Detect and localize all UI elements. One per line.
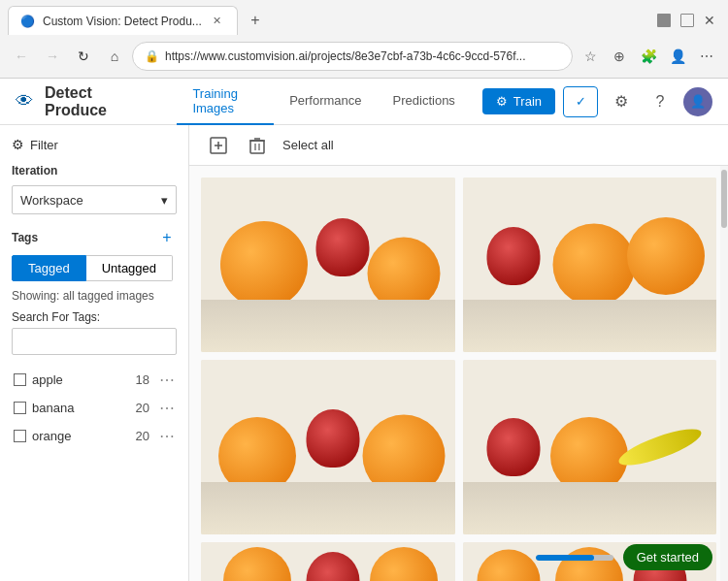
image-cell-2[interactable]: [463, 178, 717, 352]
tab-title: Custom Vision: Detect Produ...: [43, 15, 202, 28]
app-logo-icon: 👁: [16, 91, 33, 112]
delete-button[interactable]: [244, 132, 271, 159]
search-tags-input[interactable]: [12, 328, 177, 355]
add-images-button[interactable]: [205, 132, 232, 159]
settings-button[interactable]: ⚙: [606, 86, 637, 117]
iteration-label: Iteration: [12, 164, 177, 178]
add-tag-button[interactable]: +: [157, 228, 177, 247]
browser-toolbar: ← → ↻ ⌂ 🔒 https://www.customvision.ai/pr…: [0, 35, 728, 78]
url-text: https://www.customvision.ai/projects/8e3…: [165, 49, 560, 63]
quick-test-button[interactable]: ✓: [563, 86, 598, 117]
tag-checkbox-banana[interactable]: [14, 402, 26, 414]
tag-name-orange: orange: [32, 429, 130, 443]
minimize-button[interactable]: [657, 14, 671, 27]
user-avatar[interactable]: 👤: [683, 87, 712, 116]
browser-chrome: 🔵 Custom Vision: Detect Produ... ✕ + ✕ ←…: [0, 0, 728, 79]
progress-fill: [536, 555, 594, 561]
select-all-button[interactable]: Select all: [282, 138, 334, 152]
header-nav: Training Images Performance Predictions: [177, 79, 470, 125]
forward-button[interactable]: →: [39, 43, 66, 70]
browser-tab[interactable]: 🔵 Custom Vision: Detect Produ... ✕: [8, 6, 238, 35]
image-cell-5[interactable]: [201, 542, 455, 581]
get-started-button[interactable]: Get started: [623, 544, 712, 570]
train-button[interactable]: ⚙ Train: [482, 88, 555, 114]
app: 👁 Detect Produce Training Images Perform…: [0, 79, 728, 581]
tab-favicon: 🔵: [20, 15, 35, 28]
iteration-value: Workspace: [20, 193, 83, 208]
app-header: 👁 Detect Produce Training Images Perform…: [0, 79, 728, 125]
tags-header: Tags +: [12, 228, 177, 247]
tag-count-apple: 18: [136, 372, 149, 387]
tag-more-apple[interactable]: ⋯: [159, 371, 175, 389]
tag-list: apple 18 ⋯ banana 20 ⋯ orange 20 ⋯: [12, 367, 177, 449]
tag-more-orange[interactable]: ⋯: [159, 427, 175, 445]
image-cell-3[interactable]: [201, 360, 455, 534]
nav-performance[interactable]: Performance: [274, 79, 377, 125]
train-icon: ⚙: [496, 94, 508, 109]
read-aloud-button[interactable]: ⊕: [606, 43, 633, 70]
chevron-down-icon: ▾: [161, 193, 168, 208]
image-toolbar: Select all: [189, 125, 728, 166]
main-content: ⚙ Filter Iteration Workspace ▾ Tags + Ta…: [0, 125, 728, 581]
tag-item-apple: apple 18 ⋯: [12, 367, 177, 393]
tag-checkbox-orange[interactable]: [14, 430, 26, 442]
more-button[interactable]: ⋯: [693, 43, 720, 70]
browser-toolbar-icons: ☆ ⊕ 🧩 👤 ⋯: [577, 43, 720, 70]
filter-row[interactable]: ⚙ Filter: [12, 137, 177, 152]
filter-icon: ⚙: [12, 137, 24, 152]
tag-count-banana: 20: [136, 401, 149, 415]
profile-button[interactable]: 👤: [664, 43, 691, 70]
back-button[interactable]: ←: [8, 43, 35, 70]
untagged-tab[interactable]: Untagged: [86, 255, 173, 281]
image-grid: [189, 166, 728, 581]
tab-close-button[interactable]: ✕: [210, 14, 225, 29]
tag-checkbox-apple[interactable]: [14, 373, 26, 386]
scrollbar-track[interactable]: [720, 166, 728, 581]
tagged-tab[interactable]: Tagged: [12, 255, 86, 281]
svg-rect-3: [250, 141, 264, 153]
image-area: Select all: [189, 125, 728, 581]
sidebar: ⚙ Filter Iteration Workspace ▾ Tags + Ta…: [0, 125, 189, 581]
tag-name-apple: apple: [32, 372, 130, 387]
tag-item-banana: banana 20 ⋯: [12, 395, 177, 421]
tag-more-banana[interactable]: ⋯: [159, 399, 175, 417]
image-area-wrap: Select all: [189, 125, 728, 581]
search-tags-label: Search For Tags:: [12, 310, 177, 324]
close-window-button[interactable]: ✕: [704, 14, 717, 27]
image-cell-4[interactable]: [463, 360, 717, 534]
nav-predictions[interactable]: Predictions: [378, 79, 471, 125]
lock-icon: 🔒: [145, 49, 159, 63]
extensions-button[interactable]: 🧩: [635, 43, 662, 70]
image-cell-1[interactable]: [201, 178, 455, 352]
refresh-button[interactable]: ↻: [70, 43, 97, 70]
star-button[interactable]: ☆: [577, 43, 604, 70]
progress-bar: [536, 555, 613, 561]
tag-filter-tabs: Tagged Untagged: [12, 255, 177, 281]
browser-titlebar: 🔵 Custom Vision: Detect Produ... ✕ + ✕: [0, 0, 728, 35]
showing-text: Showing: all tagged images: [12, 289, 177, 303]
tag-item-orange: orange 20 ⋯: [12, 423, 177, 449]
app-title: Detect Produce: [45, 84, 149, 119]
scrollbar-thumb[interactable]: [721, 170, 727, 228]
tags-title: Tags: [12, 231, 38, 244]
nav-training-images[interactable]: Training Images: [177, 79, 274, 125]
tag-count-orange: 20: [136, 429, 149, 443]
iteration-dropdown[interactable]: Workspace ▾: [12, 185, 177, 214]
header-actions: ⚙ Train ✓ ⚙ ? 👤: [482, 86, 712, 117]
tag-name-banana: banana: [32, 401, 130, 415]
help-button[interactable]: ?: [645, 86, 676, 117]
home-button[interactable]: ⌂: [101, 43, 128, 70]
address-bar[interactable]: 🔒 https://www.customvision.ai/projects/8…: [132, 42, 573, 71]
new-tab-button[interactable]: +: [242, 7, 269, 34]
get-started-area: Get started: [536, 544, 712, 570]
filter-label: Filter: [30, 138, 58, 152]
maximize-button[interactable]: [680, 14, 694, 27]
